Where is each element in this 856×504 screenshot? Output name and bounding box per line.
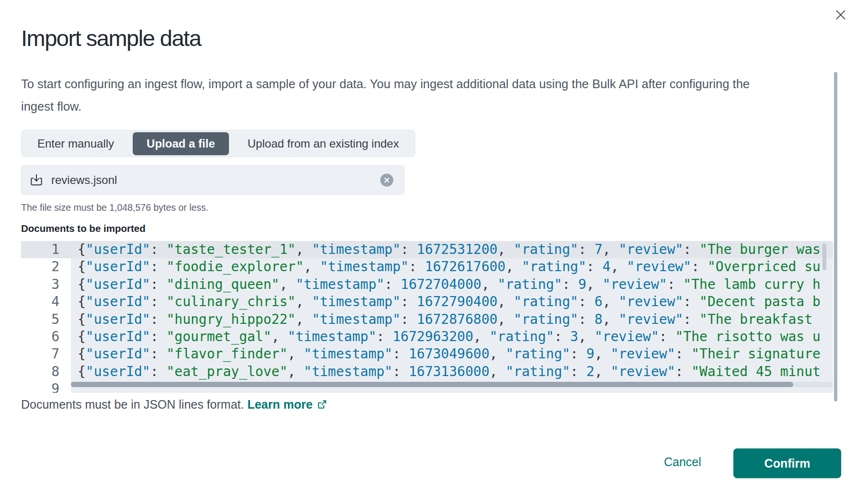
code-line: 6{"userId": "gourmet_gal", "timestamp": … — [21, 328, 833, 345]
code-line-content: {"userId": "hungry_hippo22", "timestamp"… — [71, 311, 833, 328]
line-number: 2 — [21, 258, 71, 275]
code-line-content: {"userId": "dining_queen", "timestamp": … — [71, 276, 833, 293]
confirm-button[interactable]: Confirm — [733, 448, 841, 478]
codeblock-vertical-scrollbar-thumb[interactable] — [822, 243, 826, 270]
modal-vertical-scrollbar-thumb[interactable] — [834, 72, 837, 401]
format-note: Documents must be in JSON lines format. … — [21, 398, 327, 412]
line-number: 1 — [21, 241, 71, 258]
horizontal-scrollbar-track[interactable] — [71, 382, 833, 387]
format-note-text: Documents must be in JSON lines format. — [21, 398, 244, 411]
code-line-content: {"userId": "foodie_explorer", "timestamp… — [71, 258, 833, 275]
external-link-icon — [317, 399, 327, 412]
import-sample-data-modal: Import sample data To start configuring … — [0, 0, 856, 504]
line-number: 6 — [21, 328, 71, 345]
clear-file-button[interactable] — [380, 173, 393, 186]
import-icon — [29, 173, 44, 187]
line-number: 4 — [21, 293, 71, 310]
code-line-content: {"userId": "culinary_chris", "timestamp"… — [71, 293, 833, 310]
tab-enter-manually[interactable]: Enter manually — [23, 132, 128, 155]
documents-label: Documents to be imported — [21, 223, 146, 234]
code-line: 2{"userId": "foodie_explorer", "timestam… — [21, 258, 833, 275]
line-number: 5 — [21, 311, 71, 328]
learn-more-label: Learn more — [247, 398, 312, 411]
code-line: 1{"userId": "taste_tester_1", "timestamp… — [21, 241, 833, 258]
close-icon — [834, 9, 847, 21]
line-number: 7 — [21, 345, 71, 363]
line-number: 8 — [21, 363, 71, 380]
horizontal-scrollbar-thumb[interactable] — [71, 382, 793, 387]
tab-upload-a-file[interactable]: Upload a file — [133, 132, 229, 155]
line-number: 9 — [21, 380, 71, 393]
learn-more-link[interactable]: Learn more — [247, 398, 327, 411]
documents-preview-codeblock: 1{"userId": "taste_tester_1", "timestamp… — [21, 241, 833, 393]
tab-upload-from-an-existing-index[interactable]: Upload from an existing index — [234, 132, 413, 155]
close-button[interactable] — [833, 7, 849, 23]
line-number: 3 — [21, 276, 71, 293]
code-line: 7{"userId": "flavor_finder", "timestamp"… — [21, 345, 833, 363]
import-mode-button-group: Enter manuallyUpload a fileUpload from a… — [21, 130, 415, 157]
code-line: 5{"userId": "hungry_hippo22", "timestamp… — [21, 311, 833, 328]
code-line: 4{"userId": "culinary_chris", "timestamp… — [21, 293, 833, 310]
file-picker[interactable]: reviews.jsonl — [21, 165, 404, 195]
code-rows: 1{"userId": "taste_tester_1", "timestamp… — [21, 241, 833, 393]
modal-description: To start configuring an ingest flow, imp… — [21, 73, 783, 118]
code-line-content: {"userId": "taste_tester_1", "timestamp"… — [71, 241, 833, 258]
file-picker-filename: reviews.jsonl — [51, 173, 117, 187]
clear-x-icon — [384, 177, 390, 183]
page-title: Import sample data — [21, 25, 201, 51]
file-size-hint: The file size must be 1,048,576 bytes or… — [21, 202, 208, 213]
code-line-content: {"userId": "gourmet_gal", "timestamp": 1… — [71, 328, 833, 345]
code-line-content: {"userId": "flavor_finder", "timestamp":… — [71, 345, 833, 363]
code-line-content: {"userId": "eat_pray_love", "timestamp":… — [71, 363, 833, 380]
cancel-button[interactable]: Cancel — [657, 452, 708, 472]
code-line: 8{"userId": "eat_pray_love", "timestamp"… — [21, 363, 833, 380]
code-line: 3{"userId": "dining_queen", "timestamp":… — [21, 276, 833, 293]
